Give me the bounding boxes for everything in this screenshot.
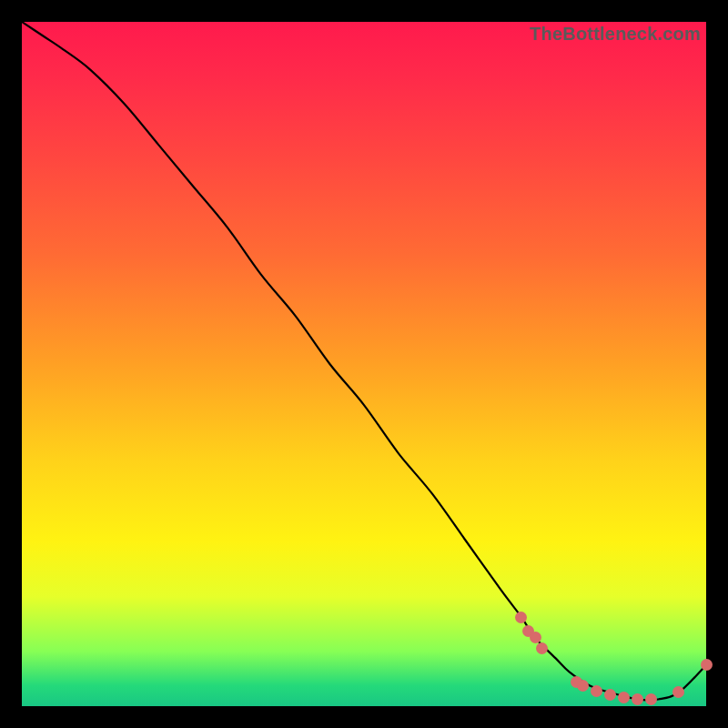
data-point — [577, 680, 589, 692]
data-point — [604, 689, 616, 701]
chart-plot-area: TheBottleneck.com — [22, 22, 706, 706]
curve-line — [22, 22, 706, 700]
data-point — [618, 692, 630, 703]
data-point — [701, 659, 713, 671]
line-chart — [22, 22, 706, 706]
data-point — [536, 642, 548, 654]
